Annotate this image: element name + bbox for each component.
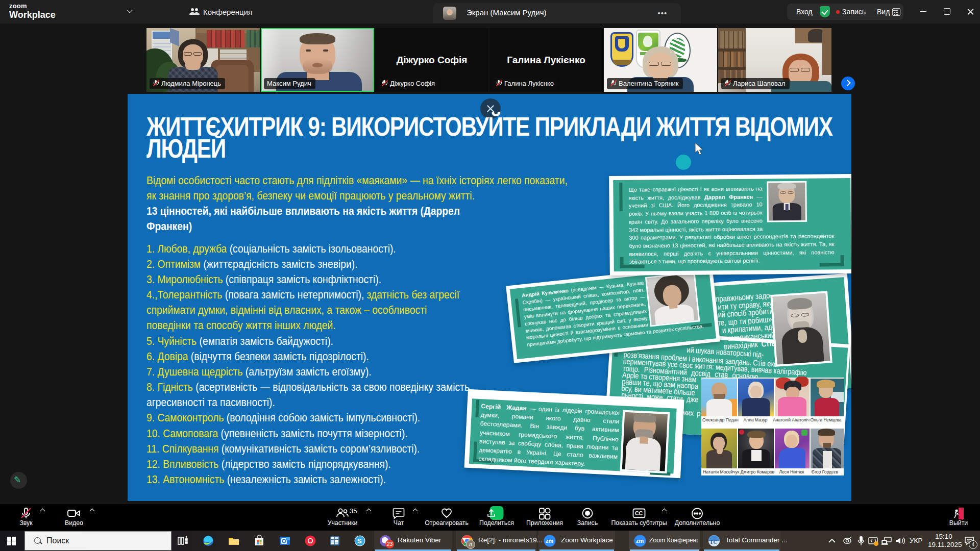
svg-text:zm: zm: [546, 538, 554, 544]
svg-text:TC: TC: [709, 539, 717, 545]
svg-text:zm: zm: [636, 538, 644, 544]
svg-text:CC: CC: [635, 510, 643, 516]
svg-text:S: S: [357, 537, 362, 545]
